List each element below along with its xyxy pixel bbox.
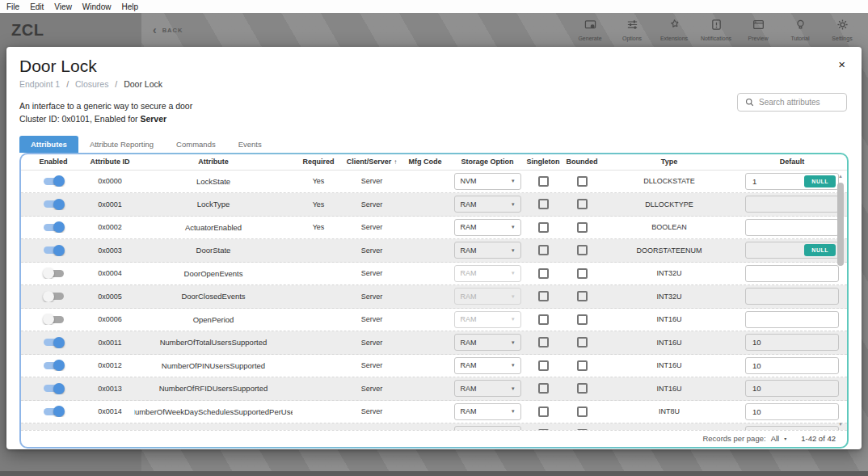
singleton-checkbox[interactable] [538, 222, 549, 233]
enabled-toggle[interactable] [43, 314, 65, 325]
singleton-checkbox[interactable] [538, 176, 549, 187]
column-header-enabled[interactable]: Enabled [21, 158, 86, 166]
bounded-checkbox[interactable] [577, 245, 588, 255]
tab-events[interactable]: Events [227, 136, 273, 153]
enabled-toggle[interactable] [43, 245, 65, 256]
column-header-mfg-code[interactable]: Mfg Code [399, 158, 451, 166]
default-input[interactable]: 10 [745, 357, 839, 374]
records-per-page-value[interactable]: All [771, 434, 780, 443]
enabled-toggle[interactable] [43, 383, 65, 394]
storage-option-select[interactable]: RAM▾ [454, 403, 521, 420]
breadcrumb-endpoint[interactable]: Endpoint 1 [19, 79, 60, 89]
storage-option-select[interactable]: RAM▾ [454, 357, 521, 374]
bounded-checkbox[interactable] [577, 337, 588, 348]
vertical-scrollbar[interactable]: ▲ ▼ [836, 173, 845, 428]
storage-option-select[interactable]: RAM▾ [454, 196, 521, 213]
enabled-toggle[interactable] [43, 199, 65, 210]
enabled-toggle[interactable] [43, 360, 65, 371]
bounded-checkbox[interactable] [577, 268, 588, 279]
menu-view[interactable]: View [54, 2, 72, 11]
menu-help[interactable]: Help [121, 2, 138, 11]
column-header-attribute[interactable]: Attribute [134, 158, 293, 166]
column-header-storage-option[interactable]: Storage Option [451, 158, 524, 166]
toolbar-extensions[interactable]: Extensions [656, 19, 692, 41]
bounded-checkbox[interactable] [577, 199, 588, 209]
enabled-toggle[interactable] [43, 267, 65, 279]
bounded-checkbox[interactable] [577, 176, 588, 187]
back-button[interactable]: ‹ BACK [153, 24, 183, 36]
storage-option-select[interactable]: RAM▾ [454, 288, 521, 305]
close-icon[interactable]: × [838, 58, 845, 70]
singleton-checkbox[interactable] [538, 291, 549, 301]
singleton-checkbox[interactable] [538, 199, 549, 209]
storage-option-select[interactable]: RAM▾ [454, 242, 521, 259]
menu-edit[interactable]: Edit [30, 2, 44, 11]
bounded-checkbox[interactable] [577, 360, 588, 371]
enabled-toggle[interactable] [43, 175, 65, 187]
storage-option-select[interactable]: ▾ [454, 426, 521, 429]
column-header-attribute-id[interactable]: Attribute ID [86, 158, 134, 166]
default-input[interactable]: 10 [745, 403, 839, 420]
table-body: 0x0000LockStateYesServerNVM▾DLLOCKSTATE1… [21, 171, 847, 430]
singleton-checkbox[interactable] [538, 360, 549, 371]
toolbar-tutorial[interactable]: Tutorial [782, 19, 818, 41]
singleton-checkbox[interactable] [538, 406, 549, 417]
default-input[interactable] [745, 426, 839, 429]
storage-option-select[interactable]: RAM▾ [454, 311, 521, 328]
breadcrumb-closures[interactable]: Closures [75, 79, 108, 89]
scrollbar-thumb[interactable] [837, 183, 844, 266]
storage-option-select[interactable]: RAM▾ [454, 334, 521, 351]
singleton-checkbox[interactable] [538, 314, 549, 325]
enabled-toggle[interactable] [43, 221, 65, 233]
enabled-toggle[interactable] [43, 337, 65, 348]
default-input[interactable] [745, 288, 839, 305]
column-header-default[interactable]: Default [737, 158, 847, 166]
default-input[interactable] [745, 219, 839, 236]
default-input[interactable] [745, 311, 839, 328]
storage-option-select[interactable]: RAM▾ [454, 219, 521, 236]
column-header-required[interactable]: Required [293, 158, 344, 166]
tab-attribute-reporting[interactable]: Attribute Reporting [78, 136, 165, 153]
null-badge-button[interactable]: NULL [804, 175, 836, 187]
column-header-singleton[interactable]: Singleton [524, 158, 563, 166]
enabled-toggle[interactable] [43, 406, 65, 417]
storage-option-select[interactable]: RAM▾ [454, 380, 521, 397]
toolbar-options[interactable]: Options [614, 19, 650, 41]
bounded-checkbox[interactable] [577, 222, 588, 233]
singleton-checkbox[interactable] [538, 383, 549, 394]
menu-file[interactable]: File [6, 2, 19, 11]
default-input[interactable]: 10 [745, 334, 839, 351]
default-input[interactable]: 1NULL [745, 173, 839, 190]
column-header-client-server[interactable]: Client/Server↑ [344, 158, 399, 166]
storage-option-select[interactable]: NVM▾ [454, 173, 521, 190]
records-caret-down-icon[interactable]: ▾ [784, 436, 786, 441]
storage-option-select[interactable]: RAM▾ [454, 265, 521, 282]
scroll-down-icon[interactable]: ▼ [838, 421, 843, 428]
bounded-checkbox[interactable] [577, 291, 588, 301]
column-header-bounded[interactable]: Bounded [563, 158, 601, 166]
toolbar-notifications[interactable]: Notifications [698, 19, 734, 41]
tab-attributes[interactable]: Attributes [19, 136, 78, 153]
required-cell: Yes [293, 223, 344, 231]
toolbar-preview[interactable]: Preview [740, 19, 776, 41]
enabled-toggle[interactable] [43, 291, 65, 302]
default-input[interactable]: 10 [745, 380, 839, 397]
singleton-checkbox[interactable] [538, 337, 549, 348]
default-input[interactable]: NULL [745, 242, 839, 259]
scroll-up-icon[interactable]: ▲ [838, 173, 843, 179]
column-header-type[interactable]: Type [601, 158, 737, 166]
tab-commands[interactable]: Commands [165, 136, 227, 153]
singleton-checkbox[interactable] [538, 268, 549, 279]
default-cell [737, 426, 847, 429]
default-input[interactable] [745, 196, 839, 213]
bounded-checkbox[interactable] [577, 383, 588, 394]
menu-window[interactable]: Window [82, 2, 112, 11]
null-badge-button[interactable]: NULL [804, 244, 836, 256]
toolbar-generate[interactable]: Generate [572, 19, 608, 41]
bounded-checkbox[interactable] [577, 314, 588, 325]
search-input[interactable] [759, 98, 839, 107]
default-input[interactable] [745, 265, 839, 282]
bounded-checkbox[interactable] [577, 406, 588, 417]
toolbar-settings[interactable]: Settings [824, 19, 860, 41]
singleton-checkbox[interactable] [538, 245, 549, 255]
